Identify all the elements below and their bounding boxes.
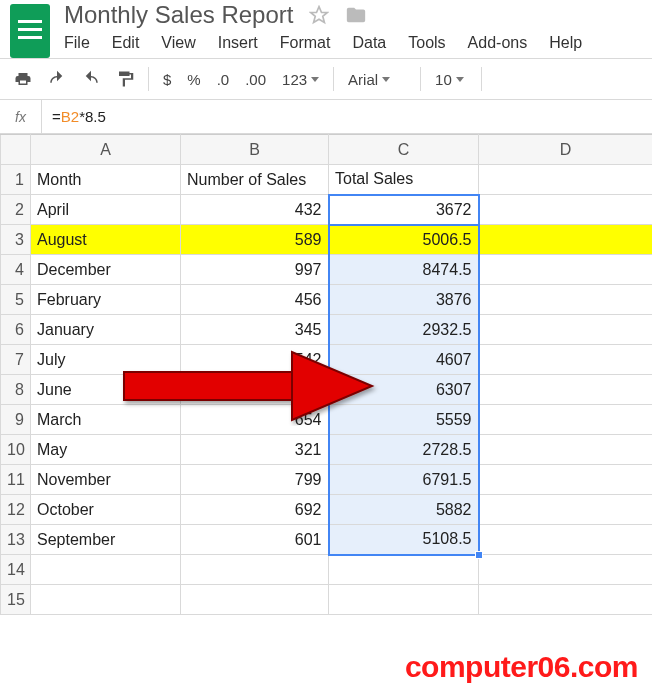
document-title[interactable]: Monthly Sales Report: [64, 1, 293, 29]
cell[interactable]: [479, 375, 653, 405]
cell[interactable]: 3876: [329, 285, 479, 315]
row-header[interactable]: 7: [1, 345, 31, 375]
cell[interactable]: February: [31, 285, 181, 315]
cell[interactable]: Number of Sales: [181, 165, 329, 195]
cell[interactable]: 5559: [329, 405, 479, 435]
percent-format-button[interactable]: %: [181, 71, 206, 88]
cell[interactable]: March: [31, 405, 181, 435]
font-size-select[interactable]: 10: [429, 71, 473, 88]
menu-add-ons[interactable]: Add-ons: [468, 34, 528, 52]
cell[interactable]: 542: [181, 345, 329, 375]
cell[interactable]: [479, 405, 653, 435]
cell[interactable]: [181, 555, 329, 585]
row-header[interactable]: 8: [1, 375, 31, 405]
formula-input[interactable]: =B2*8.5: [42, 108, 652, 125]
cell[interactable]: May: [31, 435, 181, 465]
row-header[interactable]: 14: [1, 555, 31, 585]
cell[interactable]: Month: [31, 165, 181, 195]
star-icon[interactable]: [309, 5, 329, 25]
row-header[interactable]: 4: [1, 255, 31, 285]
print-button[interactable]: [8, 64, 38, 94]
cell[interactable]: 456: [181, 285, 329, 315]
column-header-a[interactable]: A: [31, 135, 181, 165]
fill-handle[interactable]: [475, 551, 483, 559]
cell[interactable]: 321: [181, 435, 329, 465]
cell[interactable]: 654: [181, 405, 329, 435]
menu-data[interactable]: Data: [352, 34, 386, 52]
cell[interactable]: July: [31, 345, 181, 375]
row-header[interactable]: 10: [1, 435, 31, 465]
cell[interactable]: [479, 285, 653, 315]
menu-tools[interactable]: Tools: [408, 34, 445, 52]
cell[interactable]: September: [31, 525, 181, 555]
row-header[interactable]: 3: [1, 225, 31, 255]
column-header-b[interactable]: B: [181, 135, 329, 165]
cell[interactable]: June: [31, 375, 181, 405]
cell[interactable]: [479, 555, 653, 585]
cell[interactable]: November: [31, 465, 181, 495]
cell[interactable]: 6791.5: [329, 465, 479, 495]
menu-insert[interactable]: Insert: [218, 34, 258, 52]
folder-icon[interactable]: [345, 4, 367, 26]
cell[interactable]: 8474.5: [329, 255, 479, 285]
cell[interactable]: [479, 345, 653, 375]
cell[interactable]: 997: [181, 255, 329, 285]
cell[interactable]: 5108.5: [329, 525, 479, 555]
cell[interactable]: December: [31, 255, 181, 285]
row-header[interactable]: 11: [1, 465, 31, 495]
cell[interactable]: [479, 225, 653, 255]
column-header-c[interactable]: C: [329, 135, 479, 165]
cell[interactable]: [31, 585, 181, 615]
cell[interactable]: [479, 255, 653, 285]
cell[interactable]: August: [31, 225, 181, 255]
cell[interactable]: 692: [181, 495, 329, 525]
cell[interactable]: 589: [181, 225, 329, 255]
row-header[interactable]: 5: [1, 285, 31, 315]
undo-button[interactable]: [42, 64, 72, 94]
cell[interactable]: 345: [181, 315, 329, 345]
cell[interactable]: 799: [181, 465, 329, 495]
select-all-corner[interactable]: [1, 135, 31, 165]
cell[interactable]: Total Sales: [329, 165, 479, 195]
cell[interactable]: 2728.5: [329, 435, 479, 465]
cell[interactable]: 4607: [329, 345, 479, 375]
cell[interactable]: [181, 585, 329, 615]
row-header[interactable]: 12: [1, 495, 31, 525]
cell[interactable]: [479, 525, 653, 555]
column-header-d[interactable]: D: [479, 135, 653, 165]
cell[interactable]: [329, 585, 479, 615]
row-header[interactable]: 15: [1, 585, 31, 615]
sheets-app-icon[interactable]: [10, 4, 50, 58]
currency-format-button[interactable]: $: [157, 71, 177, 88]
redo-button[interactable]: [76, 64, 106, 94]
increase-decimal-button[interactable]: .00: [239, 71, 272, 88]
row-header[interactable]: 1: [1, 165, 31, 195]
cell[interactable]: 2932.5: [329, 315, 479, 345]
cell[interactable]: [31, 555, 181, 585]
cell[interactable]: [479, 165, 653, 195]
cell[interactable]: [479, 195, 653, 225]
menu-edit[interactable]: Edit: [112, 34, 140, 52]
cell[interactable]: [329, 555, 479, 585]
menu-help[interactable]: Help: [549, 34, 582, 52]
cell[interactable]: 6307: [329, 375, 479, 405]
menu-view[interactable]: View: [161, 34, 195, 52]
row-header[interactable]: 9: [1, 405, 31, 435]
row-header[interactable]: 2: [1, 195, 31, 225]
cell[interactable]: [479, 435, 653, 465]
menu-file[interactable]: File: [64, 34, 90, 52]
cell[interactable]: [479, 585, 653, 615]
cell[interactable]: 432: [181, 195, 329, 225]
paint-format-button[interactable]: [110, 64, 140, 94]
cell[interactable]: [479, 495, 653, 525]
cell[interactable]: October: [31, 495, 181, 525]
cell[interactable]: April: [31, 195, 181, 225]
cell[interactable]: [479, 465, 653, 495]
cell[interactable]: [479, 315, 653, 345]
more-formats-button[interactable]: 123: [276, 71, 325, 88]
cell[interactable]: 3672: [329, 195, 479, 225]
cell[interactable]: 601: [181, 525, 329, 555]
cell[interactable]: 5882: [329, 495, 479, 525]
row-header[interactable]: 13: [1, 525, 31, 555]
row-header[interactable]: 6: [1, 315, 31, 345]
